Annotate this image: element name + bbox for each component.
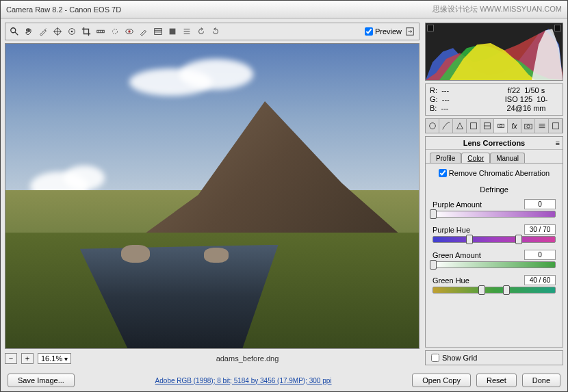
graduated-filter-icon[interactable] bbox=[152, 25, 164, 38]
tab-hsl-icon[interactable] bbox=[467, 119, 480, 133]
reset-button[interactable]: Reset bbox=[476, 374, 517, 387]
svg-rect-33 bbox=[552, 123, 558, 129]
shadow-clip-icon[interactable] bbox=[427, 25, 434, 31]
iso: ISO 125 bbox=[505, 95, 532, 103]
left-pane: Preview − + 16.1% ▾ bbox=[1, 18, 424, 369]
right-pane: R: --- G: --- B: --- f/22 1/50 s ISO 125… bbox=[424, 18, 567, 369]
info-box: R: --- G: --- B: --- f/22 1/50 s ISO 125… bbox=[425, 83, 563, 116]
svg-rect-23 bbox=[470, 123, 476, 129]
preview-check-input[interactable] bbox=[365, 27, 373, 36]
content: Preview − + 16.1% ▾ bbox=[1, 18, 567, 369]
g-label: G: bbox=[430, 95, 438, 103]
purple-hue-value[interactable]: 30 / 70 bbox=[524, 224, 556, 235]
g-value: --- bbox=[442, 95, 450, 103]
bottom-bar: Save Image... Adobe RGB (1998); 8 bit; 5… bbox=[1, 369, 567, 391]
svg-line-1 bbox=[15, 32, 18, 35]
purple-amount-row: Purple Amount0 bbox=[433, 199, 556, 218]
spot-removal-icon[interactable] bbox=[109, 25, 121, 38]
green-amount-slider[interactable] bbox=[433, 261, 556, 268]
show-grid-checkbox[interactable]: Show Grid bbox=[425, 350, 563, 365]
purple-amount-value[interactable]: 0 bbox=[524, 199, 556, 209]
filename: adams_before.dng bbox=[75, 354, 419, 363]
image-preview[interactable] bbox=[5, 43, 419, 349]
shutter: 1/50 s bbox=[524, 86, 545, 94]
svg-rect-17 bbox=[170, 29, 176, 35]
svg-point-0 bbox=[11, 28, 16, 33]
targeted-adjust-icon[interactable] bbox=[66, 25, 78, 38]
green-hue-row: Green Hue40 / 60 bbox=[433, 275, 556, 293]
subtab-color[interactable]: Color bbox=[461, 153, 490, 164]
tab-camera-icon[interactable] bbox=[521, 119, 535, 133]
svg-point-6 bbox=[71, 31, 73, 33]
purple-amount-slider[interactable] bbox=[433, 211, 556, 218]
green-hue-slider[interactable] bbox=[433, 287, 556, 293]
r-value: --- bbox=[441, 86, 449, 94]
preview-checkbox[interactable]: Preview bbox=[365, 27, 402, 36]
open-copy-button[interactable]: Open Copy bbox=[412, 374, 471, 387]
purple-hue-row: Purple Hue30 / 70 bbox=[433, 224, 556, 243]
r-label: R: bbox=[430, 86, 437, 94]
zoom-tool-icon[interactable] bbox=[8, 25, 21, 38]
purple-hue-slider[interactable] bbox=[433, 236, 556, 243]
tab-lens-icon[interactable] bbox=[494, 119, 508, 133]
preferences-icon[interactable] bbox=[181, 25, 193, 38]
white-balance-icon[interactable] bbox=[37, 25, 49, 38]
svg-rect-14 bbox=[155, 29, 162, 35]
color-sampler-icon[interactable] bbox=[51, 25, 64, 38]
photo bbox=[5, 44, 419, 348]
subtab-manual[interactable]: Manual bbox=[490, 153, 525, 164]
zoom-bar: − + 16.1% ▾ adams_before.dng bbox=[5, 352, 419, 365]
subtab-profile[interactable]: Profile bbox=[430, 153, 461, 164]
save-image-button[interactable]: Save Image... bbox=[8, 374, 75, 387]
straighten-icon[interactable] bbox=[94, 25, 107, 38]
defringe-label: Defringe bbox=[433, 185, 556, 194]
aperture: f/22 bbox=[508, 86, 520, 94]
tab-snapshots-icon[interactable] bbox=[549, 119, 563, 133]
red-eye-icon[interactable] bbox=[123, 25, 135, 38]
b-label: B: bbox=[430, 104, 437, 112]
remove-ca-label: Remove Chromatic Aberration bbox=[449, 169, 550, 177]
highlight-clip-icon[interactable] bbox=[554, 25, 561, 31]
hand-tool-icon[interactable] bbox=[23, 25, 35, 38]
b-value: --- bbox=[441, 104, 449, 112]
panel-title: Lens Corrections ≡ bbox=[426, 137, 563, 150]
lens-corrections-panel: Lens Corrections ≡ Profile Color Manual … bbox=[425, 136, 563, 348]
histogram[interactable] bbox=[425, 23, 563, 81]
camera-raw-window: Camera Raw 8.2 - Canon EOS 7D 思缘设计论坛 WWW… bbox=[0, 0, 568, 392]
green-amount-label: Green Amount bbox=[433, 251, 481, 259]
zoom-out-button[interactable]: − bbox=[5, 353, 17, 364]
green-amount-row: Green Amount0 bbox=[433, 250, 556, 268]
titlebar: Camera Raw 8.2 - Canon EOS 7D 思缘设计论坛 WWW… bbox=[1, 1, 567, 18]
rotate-left-icon[interactable] bbox=[195, 25, 207, 38]
tab-detail-icon[interactable] bbox=[453, 119, 467, 133]
watermark: 思缘设计论坛 WWW.MISSYUAN.COM bbox=[433, 4, 562, 14]
subtabs: Profile Color Manual bbox=[426, 150, 563, 164]
svg-point-22 bbox=[429, 123, 435, 129]
crop-icon[interactable] bbox=[80, 25, 92, 38]
zoom-in-button[interactable]: + bbox=[21, 353, 34, 364]
zoom-select[interactable]: 16.1% ▾ bbox=[38, 353, 71, 364]
panel-menu-icon[interactable]: ≡ bbox=[556, 139, 560, 147]
adjustment-brush-icon[interactable] bbox=[138, 25, 150, 38]
preview-label: Preview bbox=[375, 27, 402, 36]
tab-split-icon[interactable] bbox=[480, 119, 494, 133]
tab-presets-icon[interactable] bbox=[535, 119, 549, 133]
purple-amount-label: Purple Amount bbox=[433, 200, 482, 209]
svg-point-13 bbox=[128, 30, 131, 33]
svg-point-27 bbox=[500, 125, 502, 127]
green-hue-value[interactable]: 40 / 60 bbox=[524, 275, 556, 285]
tab-basic-icon[interactable] bbox=[426, 119, 439, 133]
toolbar: Preview bbox=[5, 23, 419, 40]
show-grid-label: Show Grid bbox=[442, 354, 477, 362]
tab-fx-icon[interactable]: fx bbox=[508, 119, 521, 133]
window-title: Camera Raw 8.2 - Canon EOS 7D bbox=[6, 5, 121, 14]
panel-body: Remove Chromatic Aberration Defringe Pur… bbox=[426, 163, 563, 306]
fullscreen-icon[interactable] bbox=[404, 25, 416, 38]
rotate-right-icon[interactable] bbox=[209, 25, 222, 38]
green-amount-value[interactable]: 0 bbox=[524, 250, 556, 260]
done-button[interactable]: Done bbox=[522, 374, 560, 387]
remove-ca-checkbox[interactable]: Remove Chromatic Aberration bbox=[433, 169, 556, 177]
tab-curve-icon[interactable] bbox=[439, 119, 453, 133]
workflow-link[interactable]: Adobe RGB (1998); 8 bit; 5184 by 3456 (1… bbox=[80, 377, 406, 384]
radial-filter-icon[interactable] bbox=[166, 25, 179, 38]
